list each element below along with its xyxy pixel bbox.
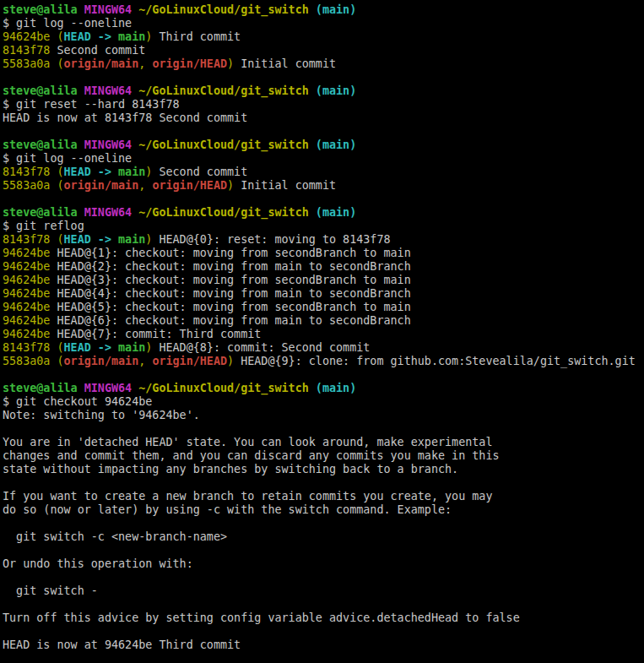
terminal-text-segment: 8143f78 ( <box>3 166 64 178</box>
terminal-text-segment: MINGW64 <box>84 382 139 394</box>
terminal-line: If you want to create a new branch to re… <box>3 490 644 503</box>
terminal-line <box>3 125 644 139</box>
terminal-line: 94624be HEAD@{1}: checkout: moving from … <box>3 247 644 260</box>
terminal-text-segment: HEAD@{9}: clone: from github.com:Steveal… <box>234 355 636 367</box>
terminal-text-segment: 94624be <box>3 247 50 259</box>
terminal-text-segment: steve@alila <box>3 382 84 394</box>
terminal-text-segment: git switch -c <new-branch-name> <box>3 530 227 543</box>
terminal-text-segment: steve@alila <box>3 3 84 16</box>
terminal-text-segment: state without impacting any branches by … <box>3 463 458 476</box>
terminal-line: 8143f78 (HEAD -> main) HEAD@{8}: commit:… <box>3 341 644 355</box>
terminal-line: 8143f78 (HEAD -> main) HEAD@{0}: reset: … <box>3 233 644 247</box>
terminal-text-segment: $ git checkout 94624be <box>3 395 152 408</box>
terminal-text-segment: (main) <box>316 206 356 219</box>
terminal-text-segment: MINGW64 <box>84 84 139 97</box>
terminal-line <box>3 625 644 639</box>
terminal-text-segment: 8143f78 ( <box>3 341 64 354</box>
terminal-text-segment: HEAD@{1}: checkout: moving from secondBr… <box>50 247 410 259</box>
terminal-text-segment: main <box>118 233 145 246</box>
terminal-line: 94624be HEAD@{6}: checkout: moving from … <box>3 314 644 328</box>
terminal-line: HEAD is now at 8143f78 Second commit <box>3 111 644 125</box>
terminal-text-segment: 8143f78 ( <box>3 233 64 246</box>
terminal-line <box>3 476 644 490</box>
terminal-line: $ git checkout 94624be <box>3 395 644 409</box>
terminal-text-segment: 94624be <box>3 314 50 327</box>
terminal-text-segment: HEAD@{7}: commit: Third commit <box>50 328 261 340</box>
terminal-text-segment: Initial commit <box>234 179 336 192</box>
terminal-text-segment: MINGW64 <box>84 206 139 219</box>
terminal-text-segment: 94624be <box>3 287 50 300</box>
terminal-text-segment: ~/GoLinuxCloud/git_switch <box>138 139 316 151</box>
terminal-line: Or undo this operation with: <box>3 557 644 571</box>
terminal-text-segment: (main) <box>316 382 356 394</box>
terminal-line: 5583a0a (origin/main, origin/HEAD) HEAD@… <box>3 355 644 368</box>
terminal-line <box>3 571 644 584</box>
terminal-line <box>3 517 644 530</box>
terminal-output: steve@alila MINGW64 ~/GoLinuxCloud/git_s… <box>3 3 644 652</box>
terminal-text-segment: (main) <box>316 3 356 16</box>
terminal-text-segment: Or undo this operation with: <box>3 557 193 570</box>
terminal-text-segment: changes and commit them, and you can dis… <box>3 449 500 462</box>
terminal-line: 94624be HEAD@{2}: checkout: moving from … <box>3 260 644 274</box>
terminal-line: 8143f78 (HEAD -> main) Second commit <box>3 166 644 179</box>
terminal-line: $ git log --oneline <box>3 152 644 166</box>
terminal-line: steve@alila MINGW64 ~/GoLinuxCloud/git_s… <box>3 206 644 220</box>
terminal-text-segment: , <box>138 57 152 70</box>
terminal-line <box>3 422 644 436</box>
terminal-line <box>3 598 644 611</box>
terminal-text-segment: ) <box>227 57 234 70</box>
terminal-text-segment: main <box>118 166 145 178</box>
terminal-line: HEAD is now at 94624be Third commit <box>3 639 644 652</box>
terminal-text-segment: 8143f78 <box>3 44 50 57</box>
terminal-text-segment: Turn off this advice by setting config v… <box>3 611 520 624</box>
terminal-line: 8143f78 Second commit <box>3 44 644 57</box>
terminal-text-segment: $ git log --oneline <box>3 152 132 165</box>
terminal-text-segment: Initial commit <box>234 57 336 70</box>
terminal-line: steve@alila MINGW64 ~/GoLinuxCloud/git_s… <box>3 382 644 395</box>
terminal-text-segment: 5583a0a ( <box>3 179 64 192</box>
terminal-text-segment: ~/GoLinuxCloud/git_switch <box>138 3 316 16</box>
terminal-window[interactable]: steve@alila MINGW64 ~/GoLinuxCloud/git_s… <box>0 0 644 663</box>
terminal-text-segment: HEAD is now at 94624be Third commit <box>3 639 241 651</box>
terminal-line <box>3 71 644 84</box>
terminal-text-segment: Note: switching to '94624be'. <box>3 409 200 421</box>
terminal-text-segment: steve@alila <box>3 139 84 151</box>
terminal-text-segment: HEAD@{8}: commit: Second commit <box>152 341 370 354</box>
terminal-line: git switch -c <new-branch-name> <box>3 530 644 544</box>
terminal-text-segment: Second commit <box>50 44 145 57</box>
terminal-text-segment: 94624be <box>3 301 50 313</box>
terminal-line: 5583a0a (origin/main, origin/HEAD) Initi… <box>3 179 644 193</box>
terminal-text-segment: origin/HEAD <box>152 57 227 70</box>
terminal-text-segment: HEAD -> <box>64 233 119 246</box>
terminal-text-segment: main <box>118 30 145 43</box>
terminal-line: 94624be HEAD@{3}: checkout: moving from … <box>3 274 644 287</box>
terminal-text-segment: 94624be <box>3 328 50 340</box>
terminal-text-segment: git switch - <box>3 584 98 597</box>
terminal-text-segment: Second commit <box>152 166 247 178</box>
terminal-text-segment: You are in 'detached HEAD' state. You ca… <box>3 436 492 448</box>
terminal-text-segment: 94624be <box>3 260 50 273</box>
terminal-line: 94624be (HEAD -> main) Third commit <box>3 30 644 44</box>
terminal-text-segment: steve@alila <box>3 206 84 219</box>
terminal-line: 94624be HEAD@{7}: commit: Third commit <box>3 328 644 341</box>
terminal-text-segment: (main) <box>316 139 356 151</box>
terminal-text-segment: (main) <box>316 84 356 97</box>
terminal-text-segment: 94624be <box>3 274 50 286</box>
terminal-text-segment: HEAD is now at 8143f78 Second commit <box>3 111 247 124</box>
terminal-text-segment: origin/main <box>64 57 139 70</box>
terminal-text-segment: $ git log --oneline <box>3 17 132 30</box>
terminal-line: steve@alila MINGW64 ~/GoLinuxCloud/git_s… <box>3 139 644 152</box>
terminal-line: $ git log --oneline <box>3 17 644 30</box>
terminal-text-segment: HEAD -> <box>64 341 119 354</box>
terminal-line: Turn off this advice by setting config v… <box>3 611 644 625</box>
terminal-line: 94624be HEAD@{5}: checkout: moving from … <box>3 301 644 314</box>
terminal-text-segment: HEAD -> <box>64 166 119 178</box>
terminal-text-segment: origin/main <box>64 355 139 367</box>
terminal-text-segment: 94624be ( <box>3 30 64 43</box>
terminal-text-segment: MINGW64 <box>84 3 139 16</box>
terminal-line: Note: switching to '94624be'. <box>3 409 644 422</box>
terminal-text-segment: HEAD@{3}: checkout: moving from secondBr… <box>50 274 410 286</box>
terminal-line: You are in 'detached HEAD' state. You ca… <box>3 436 644 449</box>
terminal-text-segment: HEAD -> <box>64 30 119 43</box>
terminal-text-segment: , <box>138 179 152 192</box>
